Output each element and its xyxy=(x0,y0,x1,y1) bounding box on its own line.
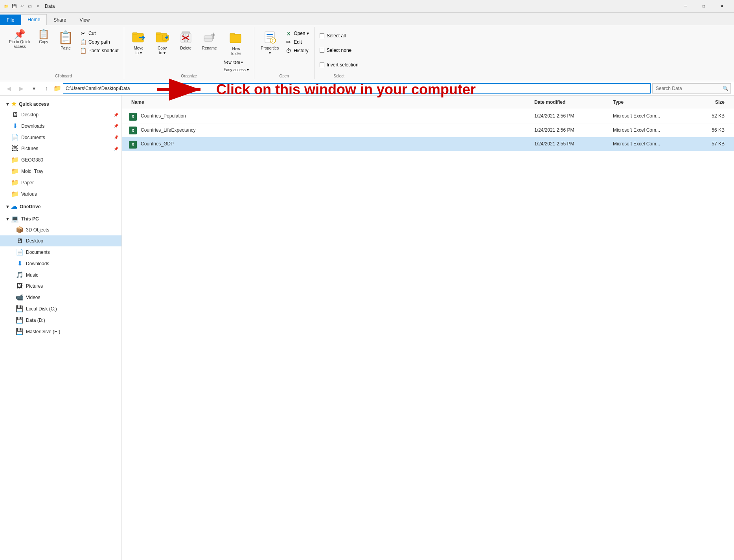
this-pc-label: This PC xyxy=(21,216,39,222)
quick-access-chevron: ▾ xyxy=(6,101,9,107)
invert-selection-button[interactable]: Invert selection xyxy=(318,61,361,69)
history-button[interactable]: ⏱ History xyxy=(283,46,311,55)
pictures-pin-icon: 📌 xyxy=(114,147,118,151)
properties-button[interactable]: Properties▾ xyxy=(258,28,283,57)
sidebar-item-videos[interactable]: 📹 Videos xyxy=(0,292,121,303)
sidebar-item-downloads-quick[interactable]: ⬇ Downloads 📌 xyxy=(0,120,121,132)
open-button[interactable]: X Open ▾ xyxy=(283,29,311,38)
sidebar-item-mold-tray[interactable]: 📁 Mold_Tray xyxy=(0,165,121,177)
documents-pin-icon: 📌 xyxy=(114,135,118,140)
cut-button[interactable]: ✂ Cut xyxy=(78,29,121,38)
copy-button[interactable]: 📋 Copy xyxy=(34,28,53,46)
minimize-button[interactable]: ─ xyxy=(677,0,695,13)
pictures-quick-icon: 🖼 xyxy=(11,145,19,152)
sidebar-item-geog380[interactable]: 📁 GEOG380 xyxy=(0,154,121,165)
file-row-countries-gdp[interactable]: X Countries_GDP 1/24/2021 2:55 PM Micros… xyxy=(122,137,734,151)
paste-shortcut-label: Paste shortcut xyxy=(88,48,119,53)
file-row-countries-lifeexpectancy[interactable]: X Countries_LifeExpectancy 1/24/2021 2:5… xyxy=(122,123,734,138)
up-button[interactable]: ↑ xyxy=(41,83,52,94)
sidebar-item-data-d[interactable]: 💾 Data (D:) xyxy=(0,314,121,326)
file-area: Name Date modified Type Size X Countries… xyxy=(122,95,734,560)
documents-label: Documents xyxy=(26,250,50,255)
back-button[interactable]: ◀ xyxy=(3,83,14,94)
easy-access-label: Easy access ▾ xyxy=(224,68,249,72)
title-bar-icons: 📁 💾 ↩ 🗂 ▾ xyxy=(3,3,41,9)
cut-icon: ✂ xyxy=(80,30,87,37)
open-group-label: Open xyxy=(258,73,311,79)
sidebar-item-pictures[interactable]: 🖼 Pictures xyxy=(0,281,121,292)
sidebar-item-masterdrive-e[interactable]: 💾 MasterDrive (E:) xyxy=(0,326,121,337)
music-icon: 🎵 xyxy=(16,271,24,279)
file-row-countries-population[interactable]: X Countries_Population 1/24/2021 2:56 PM… xyxy=(122,109,734,123)
downloads-label: Downloads xyxy=(26,261,49,266)
sidebar-item-desktop-quick[interactable]: 🖥 Desktop 📌 xyxy=(0,109,121,120)
downloads-quick-icon: ⬇ xyxy=(11,122,19,130)
onedrive-label: OneDrive xyxy=(20,204,40,209)
various-icon: 📁 xyxy=(11,190,19,198)
dropdown-icon[interactable]: ▾ xyxy=(35,3,41,9)
tab-file[interactable]: File xyxy=(0,15,21,25)
sidebar-item-paper[interactable]: 📁 Paper xyxy=(0,177,121,188)
this-pc-header[interactable]: ▾ 💻 This PC xyxy=(0,213,121,224)
music-label: Music xyxy=(26,272,38,278)
select-none-button[interactable]: Select none xyxy=(318,46,361,54)
history-label: History xyxy=(294,48,308,53)
col-type[interactable]: Type xyxy=(610,98,688,106)
pin-quick-access-button[interactable]: 📌 Pin to Quickaccess xyxy=(6,28,33,51)
redo-icon: 🗂 xyxy=(27,3,33,9)
documents-quick-label: Documents xyxy=(21,135,45,140)
file-size-3: 57 KB xyxy=(688,141,728,147)
new-folder-button[interactable]: Newfolder xyxy=(222,28,251,58)
close-button[interactable]: ✕ xyxy=(713,0,731,13)
select-buttons: Select all Select none Invert selection xyxy=(318,28,361,73)
edit-button[interactable]: ✏ Edit xyxy=(283,38,311,46)
sidebar-item-music[interactable]: 🎵 Music xyxy=(0,269,121,281)
easy-access-button[interactable]: Easy access ▾ xyxy=(222,66,251,73)
move-to-button[interactable]: Moveto ▾ xyxy=(127,28,150,57)
sidebar-item-3d-objects[interactable]: 📦 3D Objects xyxy=(0,224,121,235)
sidebar-item-downloads[interactable]: ⬇ Downloads xyxy=(0,258,121,269)
sidebar-item-documents-quick[interactable]: 📄 Documents 📌 xyxy=(0,132,121,143)
address-input[interactable] xyxy=(63,83,651,94)
main-layout: ▾ ★ Quick access 🖥 Desktop 📌 ⬇ Downloads… xyxy=(0,95,734,560)
ribbon: File Home Share View 📌 Pin to Quickacces… xyxy=(0,13,734,81)
sidebar-item-desktop[interactable]: 🖥 Desktop xyxy=(0,235,121,246)
rename-button[interactable]: Rename xyxy=(198,28,221,53)
onedrive-header[interactable]: ▾ ☁ OneDrive xyxy=(0,201,121,212)
file-date-2: 1/24/2021 2:56 PM xyxy=(531,127,610,133)
sidebar-item-documents[interactable]: 📄 Documents xyxy=(0,246,121,258)
col-date-modified[interactable]: Date modified xyxy=(531,98,610,106)
cut-label: Cut xyxy=(88,31,96,36)
col-size[interactable]: Size xyxy=(688,98,728,106)
paste-button[interactable]: 📋 Paste xyxy=(54,28,77,53)
videos-icon: 📹 xyxy=(16,294,24,301)
col-name[interactable]: Name xyxy=(128,98,531,106)
copy-to-button[interactable]: Copyto ▾ xyxy=(151,28,174,57)
delete-button[interactable]: Delete xyxy=(175,28,197,53)
new-item-button[interactable]: New item ▾ xyxy=(222,59,251,66)
clipboard-group: 📌 Pin to Quickaccess 📋 Copy 📋 Paste xyxy=(3,27,124,79)
sidebar-item-local-disk-c[interactable]: 💾 Local Disk (C:) xyxy=(0,303,121,314)
tab-view[interactable]: View xyxy=(73,15,96,25)
svg-rect-1 xyxy=(132,33,137,34)
desktop-quick-icon: 🖥 xyxy=(11,111,19,118)
forward-button[interactable]: ▶ xyxy=(16,83,27,94)
quick-access-header[interactable]: ▾ ★ Quick access xyxy=(0,99,121,109)
copy-label: Copy xyxy=(39,40,48,44)
copy-path-button[interactable]: 📋 Copy path xyxy=(78,38,121,46)
tab-home[interactable]: Home xyxy=(21,14,47,25)
copy-to-icon xyxy=(155,29,170,45)
recent-locations-button[interactable]: ▾ xyxy=(28,83,39,94)
select-none-label: Select none xyxy=(327,48,351,53)
new-item-label: New item ▾ xyxy=(224,60,243,64)
sidebar-item-pictures-quick[interactable]: 🖼 Pictures 📌 xyxy=(0,143,121,154)
rename-icon xyxy=(202,29,217,45)
maximize-button[interactable]: □ xyxy=(695,0,713,13)
search-input[interactable] xyxy=(652,83,731,94)
sidebar-item-various[interactable]: 📁 Various xyxy=(0,188,121,200)
open-icon: X xyxy=(285,30,292,37)
paste-shortcut-button[interactable]: 📋 Paste shortcut xyxy=(78,46,121,55)
this-pc-chevron: ▾ xyxy=(6,216,9,222)
tab-share[interactable]: Share xyxy=(47,15,73,25)
select-all-button[interactable]: Select all xyxy=(318,32,361,40)
